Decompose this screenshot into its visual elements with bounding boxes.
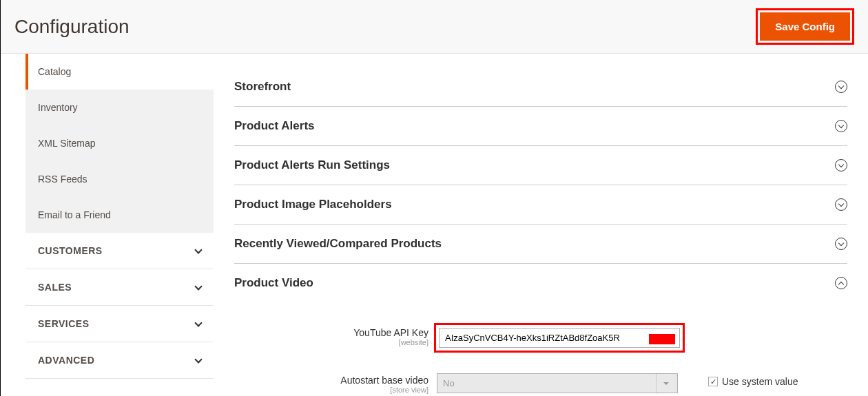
field-scope: [store view] — [234, 386, 428, 394]
section-recently-viewed[interactable]: Recently Viewed/Compared Products — [234, 225, 847, 264]
chevron-down-icon — [194, 282, 202, 290]
field-scope: [website] — [234, 338, 428, 346]
chevron-down-icon — [194, 319, 202, 326]
field-label: YouTube API Key — [234, 327, 428, 338]
redaction-block — [649, 334, 675, 344]
sidebar-item-inventory[interactable]: Inventory — [25, 90, 214, 125]
field-label-wrap: YouTube API Key [website] — [234, 323, 434, 346]
chevron-circle-icon — [835, 120, 847, 132]
chevron-circle-icon — [835, 159, 847, 171]
chevron-down-icon — [194, 355, 202, 363]
page-header: Configuration Save Config — [1, 0, 868, 54]
section-image-placeholders[interactable]: Product Image Placeholders — [234, 185, 847, 225]
form-row-youtube-api-key: YouTube API Key [website] — [234, 323, 847, 353]
section-title: Product Alerts Run Settings — [234, 158, 390, 172]
chevron-circle-icon — [835, 198, 847, 211]
chevron-circle-icon — [835, 238, 847, 250]
admin-body: Catalog Inventory XML Sitemap RSS Feeds … — [1, 54, 868, 396]
sidebar-group-label: SALES — [38, 282, 72, 293]
field-label: Autostart base video — [234, 375, 428, 386]
section-title: Storefront — [234, 80, 291, 94]
use-system-value-checkbox[interactable]: ✓ — [708, 377, 718, 386]
save-button-highlight: Save Config — [756, 8, 854, 45]
autostart-select-wrap — [434, 371, 681, 396]
sidebar-group-label: CUSTOMERS — [38, 245, 103, 256]
page-title: Configuration — [14, 16, 130, 38]
main-content: Storefront Product Alerts Product Alerts… — [214, 54, 868, 396]
section-title: Recently Viewed/Compared Products — [234, 237, 442, 251]
sidebar-item-email-friend[interactable]: Email to a Friend — [25, 197, 214, 233]
sidebar-group-advanced[interactable]: ADVANCED — [25, 342, 214, 379]
section-product-alerts-run[interactable]: Product Alerts Run Settings — [234, 146, 847, 185]
section-title: Product Image Placeholders — [234, 198, 392, 211]
sidebar-item-label: Catalog — [38, 66, 71, 77]
sidebar-group-sales[interactable]: SALES — [25, 269, 214, 306]
section-title: Product Alerts — [234, 119, 315, 133]
youtube-api-key-highlight — [434, 323, 685, 353]
product-video-form: YouTube API Key [website] Autostart base… — [234, 302, 847, 396]
section-title: Product Video — [234, 276, 313, 290]
sidebar-item-rss-feeds[interactable]: RSS Feeds — [25, 161, 214, 197]
chevron-circle-icon — [835, 81, 847, 93]
youtube-api-key-input[interactable] — [439, 328, 680, 348]
sidebar-item-catalog[interactable]: Catalog — [25, 54, 214, 90]
sidebar: Catalog Inventory XML Sitemap RSS Feeds … — [1, 54, 214, 396]
section-product-video[interactable]: Product Video — [234, 264, 847, 302]
sidebar-item-xml-sitemap[interactable]: XML Sitemap — [25, 125, 214, 161]
sidebar-group-label: SERVICES — [38, 318, 90, 329]
sidebar-group-label: ADVANCED — [38, 355, 94, 366]
chevron-circle-icon — [835, 277, 847, 289]
field-label-wrap: Autostart base video [store view] — [234, 371, 434, 394]
form-row-autostart: Autostart base video [store view] ✓ Use … — [234, 371, 847, 396]
section-product-alerts[interactable]: Product Alerts — [234, 107, 847, 146]
use-system-value-label: Use system value — [722, 376, 798, 387]
autostart-select[interactable] — [437, 373, 678, 393]
sidebar-group-services[interactable]: SERVICES — [25, 306, 214, 342]
sidebar-group-customers[interactable]: CUSTOMERS — [25, 233, 214, 269]
save-config-button[interactable]: Save Config — [760, 12, 850, 41]
chevron-down-icon — [194, 246, 202, 253]
use-system-value-wrap: ✓ Use system value — [708, 371, 798, 387]
section-storefront[interactable]: Storefront — [234, 67, 847, 107]
